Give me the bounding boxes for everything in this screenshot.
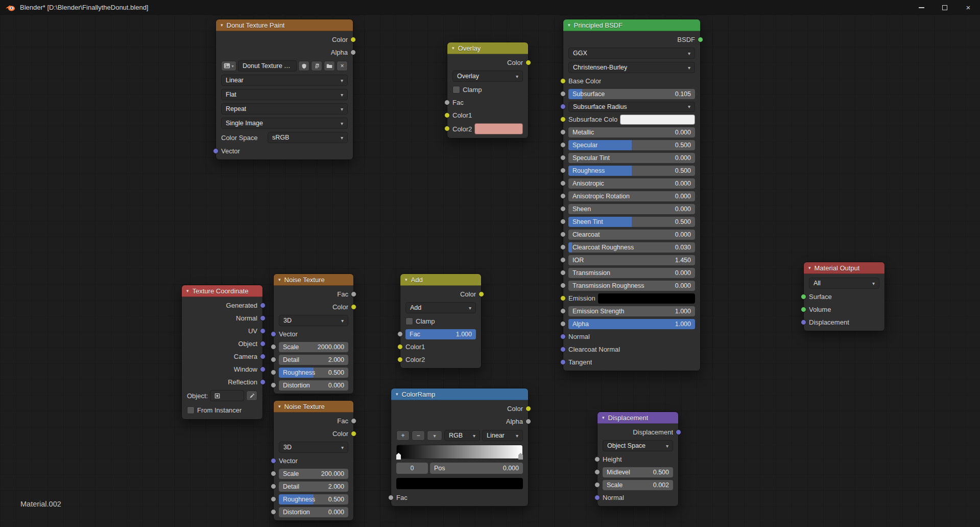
displacement-input-socket[interactable] xyxy=(801,319,806,325)
minimize-button[interactable] xyxy=(910,0,933,15)
normal-input-socket[interactable] xyxy=(594,495,600,500)
clearcoat-normal-input-socket[interactable] xyxy=(560,347,566,352)
transmission-roughness-slider[interactable]: Transmission Roughness 0.000 xyxy=(568,281,695,291)
transmission-roughness-input-socket[interactable] xyxy=(560,283,566,288)
roughness-slider[interactable]: Roughness 0.500 xyxy=(568,166,695,176)
collapse-icon[interactable]: ▾ xyxy=(602,416,605,420)
detail-input-socket[interactable] xyxy=(271,484,276,489)
sss-method-dropdown[interactable]: Christensen-Burley ▾ xyxy=(568,62,695,73)
color2-input-socket[interactable] xyxy=(444,126,450,131)
node-header[interactable]: ▾ Donut Texture Paint xyxy=(216,19,353,31)
generated-output-socket[interactable] xyxy=(260,303,266,308)
roughness-input-socket[interactable] xyxy=(271,370,276,375)
node-noise-texture-2[interactable]: ▾ Noise Texture Fac Color 3D ▾ Vector xyxy=(273,400,354,521)
height-input-socket[interactable] xyxy=(594,456,600,462)
stop-index-field[interactable]: 0 xyxy=(396,463,428,474)
target-dropdown[interactable]: All ▾ xyxy=(809,278,879,289)
node-header[interactable]: ▾ Material Output xyxy=(804,262,885,274)
ramp-options-button[interactable]: ▾ xyxy=(427,430,442,441)
color-output-socket[interactable] xyxy=(525,406,531,411)
open-image-button[interactable] xyxy=(324,61,335,71)
clamp-checkbox[interactable] xyxy=(452,86,460,94)
node-donut-texture-paint[interactable]: ▾ Donut Texture Paint Color Alpha ▾ Donu… xyxy=(216,19,353,160)
node-noise-texture-1[interactable]: ▾ Noise Texture Fac Color 3D ▾ Vector xyxy=(273,273,354,394)
collapse-icon[interactable]: ▾ xyxy=(186,289,189,293)
scale-field[interactable]: Scale 0.002 xyxy=(603,480,673,490)
vector-input-socket[interactable] xyxy=(271,458,276,464)
add-stop-button[interactable]: + xyxy=(396,430,410,441)
space-dropdown[interactable]: Object Space ▾ xyxy=(603,440,673,451)
node-header[interactable]: ▾ Displacement xyxy=(597,412,678,424)
node-colorramp[interactable]: ▾ ColorRamp Color Alpha + − ▾ RGB ▾ xyxy=(391,388,529,507)
emission-swatch[interactable] xyxy=(598,293,695,304)
new-image-button[interactable] xyxy=(311,61,322,71)
scale-input-socket[interactable] xyxy=(594,482,600,488)
node-header[interactable]: ▾ Principled BSDF xyxy=(563,19,700,31)
fake-user-button[interactable] xyxy=(298,61,309,71)
uv-output-socket[interactable] xyxy=(260,328,266,334)
scale-input-socket[interactable] xyxy=(271,344,276,350)
metallic-slider[interactable]: Metallic 0.000 xyxy=(568,127,695,138)
node-header[interactable]: ▾ Overlay xyxy=(447,42,528,54)
collapse-icon[interactable]: ▾ xyxy=(396,392,398,397)
specular-tint-input-socket[interactable] xyxy=(560,155,566,161)
scale-input-socket[interactable] xyxy=(271,471,276,476)
clearcoat-slider[interactable]: Clearcoat 0.000 xyxy=(568,230,695,240)
anisotropic-rotation-input-socket[interactable] xyxy=(560,193,566,199)
source-dropdown[interactable]: Single Image ▾ xyxy=(221,118,348,129)
alpha-slider[interactable]: Alpha 1.000 xyxy=(568,319,695,329)
from-instancer-checkbox[interactable] xyxy=(187,406,195,414)
normal-input-socket[interactable] xyxy=(560,334,566,339)
clamp-checkbox[interactable] xyxy=(405,317,413,325)
emission-strength-input-socket[interactable] xyxy=(560,308,566,314)
color-output-socket[interactable] xyxy=(351,431,356,437)
image-browse-button[interactable]: ▾ xyxy=(221,61,236,71)
transmission-input-socket[interactable] xyxy=(560,270,566,276)
distortion-input-socket[interactable] xyxy=(271,382,276,388)
interpolation-dropdown[interactable]: Linear ▾ xyxy=(221,75,348,86)
alpha-output-socket[interactable] xyxy=(350,50,356,55)
color1-input-socket[interactable] xyxy=(397,344,403,350)
interpolation-dropdown[interactable]: Linear ▾ xyxy=(482,430,523,441)
dimensions-dropdown[interactable]: 3D ▾ xyxy=(279,315,348,326)
sheen-tint-input-socket[interactable] xyxy=(560,219,566,224)
eyedropper-button[interactable] xyxy=(246,391,257,401)
node-header[interactable]: ▾ ColorRamp xyxy=(391,388,528,400)
subsurface-color-swatch[interactable] xyxy=(620,114,695,125)
roughness-slider[interactable]: Roughness 0.500 xyxy=(279,494,348,505)
vector-input-socket[interactable] xyxy=(213,148,219,154)
stop-pos-field[interactable]: Pos 0.000 xyxy=(430,463,523,474)
volume-input-socket[interactable] xyxy=(801,307,806,312)
alpha-input-socket[interactable] xyxy=(560,321,566,327)
collapse-icon[interactable]: ▾ xyxy=(405,278,408,282)
node-header[interactable]: ▾ Noise Texture xyxy=(274,401,353,413)
collapse-icon[interactable]: ▾ xyxy=(278,404,281,409)
detail-field[interactable]: Detail 2.000 xyxy=(279,482,348,492)
specular-slider[interactable]: Specular 0.500 xyxy=(568,140,695,150)
node-header[interactable]: ▾ Noise Texture xyxy=(274,274,353,286)
distortion-field[interactable]: Distortion 0.000 xyxy=(279,507,348,517)
detail-input-socket[interactable] xyxy=(271,357,276,362)
clearcoat-roughness-slider[interactable]: Clearcoat Roughness 0.030 xyxy=(568,242,695,253)
blend-mode-dropdown[interactable]: Add ▾ xyxy=(405,302,476,313)
color-output-socket[interactable] xyxy=(350,37,356,42)
anisotropic-rotation-slider[interactable]: Anisotropic Rotation 0.000 xyxy=(568,191,695,201)
vector-input-socket[interactable] xyxy=(271,331,276,337)
stop-color-swatch[interactable] xyxy=(396,478,523,489)
fac-output-socket[interactable] xyxy=(351,291,356,297)
fac-output-socket[interactable] xyxy=(351,418,356,424)
specular-input-socket[interactable] xyxy=(560,142,566,148)
collapse-icon[interactable]: ▾ xyxy=(568,23,570,28)
remove-stop-button[interactable]: − xyxy=(412,430,425,441)
metallic-input-socket[interactable] xyxy=(560,129,566,135)
emission-input-socket[interactable] xyxy=(560,295,566,301)
fac-input-socket[interactable] xyxy=(388,495,394,500)
sheen-slider[interactable]: Sheen 0.000 xyxy=(568,204,695,214)
node-header[interactable]: ▾ Add xyxy=(400,274,481,286)
blend-mode-dropdown[interactable]: Overlay ▾ xyxy=(452,71,523,82)
node-displacement[interactable]: ▾ Displacement Displacement Object Space… xyxy=(597,411,679,507)
roughness-input-socket[interactable] xyxy=(560,168,566,173)
subsurface-input-socket[interactable] xyxy=(560,91,566,97)
specular-tint-slider[interactable]: Specular Tint 0.000 xyxy=(568,153,695,163)
clearcoat-input-socket[interactable] xyxy=(560,232,566,237)
